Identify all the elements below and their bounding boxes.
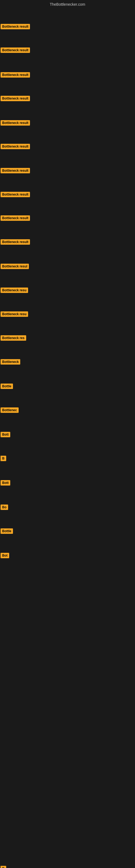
bottleneck-result-badge: Bottlenec (1, 407, 18, 413)
bottleneck-result-badge: Bottleneck result (1, 96, 30, 101)
bottleneck-result-badge: Bottleneck result (1, 215, 30, 221)
bottleneck-result-badge: Bottleneck result (1, 120, 30, 126)
bottleneck-result-badge: Bottle (1, 383, 13, 389)
bottleneck-result-badge: Bottleneck (1, 359, 20, 365)
bottleneck-result-badge: B (1, 456, 6, 461)
bottleneck-result-badge: Bottleneck result (1, 168, 30, 173)
bottleneck-result-badge: Bott (1, 480, 10, 486)
site-title: TheBottlenecker.com (0, 0, 135, 9)
bottleneck-result-badge: Bott (1, 432, 10, 437)
bottleneck-result-badge: Bottleneck resu (1, 311, 28, 317)
bottleneck-result-badge: Bottleneck resul (1, 264, 29, 269)
bottleneck-result-badge: Bottleneck result (1, 192, 30, 197)
bottleneck-result-badge: Bottleneck result (1, 24, 30, 29)
bottleneck-result-badge: Bottleneck resu (1, 287, 28, 293)
bottleneck-result-badge: Bottleneck result (1, 72, 30, 78)
bottleneck-result-badge: Bottleneck result (1, 239, 30, 245)
bottleneck-result-badge: Bot (1, 553, 9, 558)
bottleneck-result-badge: Bottleneck res (1, 335, 26, 341)
bottleneck-result-badge: Bottleneck result (1, 144, 30, 149)
bottleneck-result-badge: Bo (1, 504, 8, 510)
bottleneck-result-badge: B (1, 866, 6, 868)
bottleneck-result-badge: Bottle (1, 528, 13, 534)
bottleneck-result-badge: Bottleneck result (1, 48, 30, 53)
